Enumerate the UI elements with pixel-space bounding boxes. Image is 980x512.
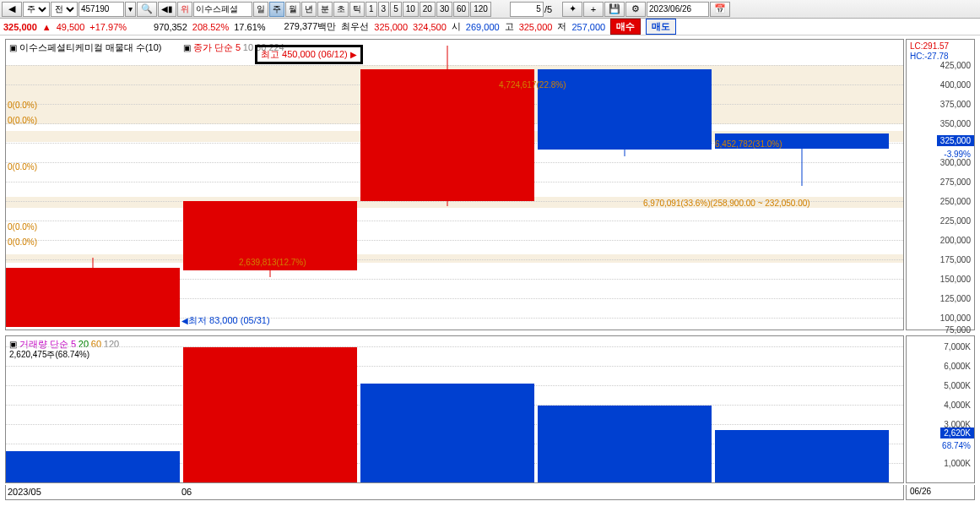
ytick: 100,000 (940, 313, 971, 323)
high-price: 325,000 (519, 22, 553, 32)
sell-button[interactable]: 매도 (646, 19, 676, 35)
num-120[interactable]: 120 (470, 2, 491, 17)
anno-2: 6,452,782(31.0%) (715, 139, 782, 149)
ask-price: 325,000 (374, 22, 408, 32)
ytick: 75,000 (945, 325, 971, 335)
ytick: 125,000 (940, 294, 971, 303)
wand-icon: ✦ (566, 3, 579, 16)
anno-3: 6,970,091(33.6%)(258,900.00 ~ 232,050.00… (643, 199, 810, 208)
settings-button[interactable]: ⚙ (625, 2, 646, 17)
time-tick-1: 2023/05 (6, 487, 181, 499)
prev-select[interactable]: 전 (51, 2, 78, 17)
search-button[interactable]: 🔍 (137, 2, 157, 17)
ytick: 350,000 (940, 119, 971, 128)
num-60[interactable]: 60 (453, 2, 469, 17)
vp-label-1: 0(0.0%) (8, 116, 37, 125)
vol-current-tag: 2,620K (940, 428, 974, 438)
volume-chart-panel[interactable]: ▣ 거래량 단순 5 20 60 120 2,620,475주(68.74%) (5, 335, 904, 483)
plus-icon: + (587, 3, 600, 16)
ytick: 4,000K (944, 400, 971, 410)
num-20[interactable]: 20 (420, 2, 436, 17)
ytick: 1,000K (944, 459, 971, 468)
time-tick-2: 06 (181, 487, 192, 499)
code-dropdown-button[interactable]: ▾ (125, 2, 136, 17)
low-price: 257,000 (571, 22, 605, 32)
period-sec[interactable]: 초 (333, 2, 349, 17)
period-min[interactable]: 분 (317, 2, 333, 17)
vol-bar-3 (360, 384, 534, 482)
num-3[interactable]: 3 (378, 2, 390, 17)
pct-3: 17.61% (234, 22, 265, 32)
high-label: 고 (505, 20, 514, 33)
highest-annotation: 최고 450,000 (06/12) ▶ (255, 45, 363, 64)
volume-yaxis: 7,000K 6,000K 5,000K 4,000K 3,000K 2,620… (906, 335, 975, 483)
ytick: 175,000 (940, 255, 971, 264)
current-price: 325,000 (3, 22, 37, 32)
period-week[interactable]: 주 (269, 2, 284, 17)
num-1[interactable]: 1 (365, 2, 377, 17)
ytick: 5,000K (944, 381, 971, 390)
ytick: 375,000 (940, 100, 971, 109)
quote-bar: 325,000 ▲ 49,500 +17.97% 970,352 208.52%… (0, 19, 980, 35)
ytick: 425,000 (940, 61, 971, 70)
price-change: 49,500 (57, 22, 85, 32)
prev-stock-button[interactable]: ◀▮ (158, 2, 176, 17)
stock-name-input[interactable] (193, 2, 252, 17)
stock-code-input[interactable] (79, 2, 124, 17)
date-input[interactable] (647, 2, 709, 17)
current-price-tag: 325,000 (937, 135, 974, 146)
time-axis-right: 06/26 (906, 485, 975, 500)
count-input[interactable] (510, 2, 544, 17)
ytick: 400,000 (940, 80, 971, 90)
open-label: 시 (452, 20, 461, 33)
vp-label-4: 0(0.0%) (8, 237, 37, 247)
price-pct: +17.97% (89, 22, 127, 32)
main-toolbar: ◀ 주 전 ▾ 🔍 ◀▮ 위 일 주 월 년 분 초 틱 1 3 5 10 20… (0, 0, 980, 19)
candle-1 (6, 268, 180, 327)
lowest-annotation: ◀최저 83,000 (05/31) (181, 314, 270, 327)
gear-icon: ⚙ (629, 3, 642, 16)
period-year[interactable]: 년 (301, 2, 317, 17)
price-chart-panel[interactable]: ▣ 이수스페셜티케미컬 매물대 수(10) ▣ 종가 단순 5 10 60 22… (5, 39, 904, 330)
arrow-right-icon: ▶ (350, 50, 357, 59)
arrow-left-icon: ◀ (5, 3, 19, 16)
ytick: 200,000 (940, 236, 971, 245)
ytick: 7,000K (944, 342, 971, 351)
vol-bar-5 (715, 430, 889, 482)
rank-button[interactable]: 위 (177, 2, 192, 17)
pct-2: 208.52% (192, 22, 229, 32)
ytick: 150,000 (940, 275, 971, 284)
open-price: 269,000 (466, 22, 500, 32)
num-30[interactable]: 30 (436, 2, 452, 17)
priority-label: 최우선 (341, 20, 369, 33)
count-suffix: /5 (544, 4, 552, 14)
vp-label-3: 0(0.0%) (8, 222, 37, 231)
hc-label: HC:-27.78 (910, 52, 949, 61)
vp-band-4 (6, 254, 903, 263)
period-month[interactable]: 월 (285, 2, 300, 17)
bid-price: 324,500 (413, 22, 447, 32)
anno-1: 4,724,617(22.8%) (499, 80, 566, 90)
vol-bar-4 (538, 406, 712, 482)
vol-current-pct: 68.74% (942, 441, 971, 450)
chart-area: ▣ 이수스페셜티케미컬 매물대 수(10) ▣ 종가 단순 5 10 60 22… (0, 35, 980, 512)
calendar-icon: 📅 (713, 3, 727, 16)
time-axis: 2023/05 06 (5, 485, 904, 500)
num-10[interactable]: 10 (403, 2, 419, 17)
num-5[interactable]: 5 (390, 2, 402, 17)
tool-button-1[interactable]: ✦ (562, 2, 582, 17)
period-tick[interactable]: 틱 (349, 2, 365, 17)
vol-bar-1 (6, 451, 180, 482)
ytick: 6,000K (944, 362, 971, 371)
tool-button-2[interactable]: + (583, 2, 604, 17)
view-select[interactable]: 주 (23, 2, 50, 17)
buy-button[interactable]: 매수 (610, 19, 641, 35)
save-icon: 💾 (608, 3, 621, 16)
period-day[interactable]: 일 (253, 2, 268, 17)
series-legend: ▣ 이수스페셜티케미컬 매물대 수(10) (9, 41, 161, 54)
save-button[interactable]: 💾 (604, 2, 625, 17)
arrow-left-icon: ◀ (181, 316, 188, 325)
calendar-button[interactable]: 📅 (710, 2, 730, 17)
volume-value: 970,352 (154, 22, 187, 32)
back-button[interactable]: ◀ (2, 2, 22, 17)
